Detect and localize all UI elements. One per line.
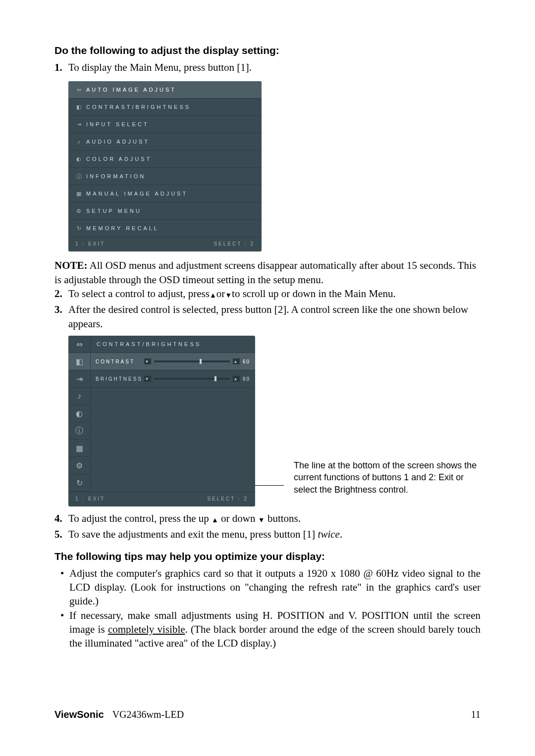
- osd-control-row[interactable]: CONTRAST▼▲60: [91, 353, 255, 370]
- note-label: NOTE:: [54, 259, 88, 271]
- osd-exit: 1 : EXIT: [75, 241, 105, 247]
- osd-icon-column: ⇔◧⇥♪◐ⓘ▦⚙↻: [68, 336, 91, 492]
- step-text: To display the Main Menu, press button […: [68, 60, 481, 74]
- osd-item-label: AUTO IMAGE ADJUST: [86, 87, 257, 93]
- osd-value: 80: [243, 376, 250, 382]
- osd-menu-item[interactable]: ◐COLOR ADJUST: [68, 151, 262, 168]
- step-2: 2. To select a control to adjust, press▲…: [54, 287, 481, 301]
- osd-exit: 1 : EXIT: [75, 496, 105, 502]
- note-text: All OSD menus and adjustment screens dis…: [54, 259, 476, 285]
- twice-italic: twice: [318, 528, 340, 540]
- osd-select: SELECT : 2: [214, 241, 255, 247]
- osd-main-menu: ⇔AUTO IMAGE ADJUST◧CONTRAST/BRIGHTNESS⇥I…: [68, 81, 262, 252]
- osd-icon[interactable]: ⓘ: [68, 422, 90, 440]
- osd-footer: 1 : EXITSELECT : 2: [68, 237, 262, 252]
- osd-slider[interactable]: [154, 360, 230, 362]
- osd-control-label: CONTRAST: [96, 359, 143, 364]
- osd-item-label: AUDIO ADJUST: [86, 139, 257, 145]
- osd-item-icon: ⇔: [73, 87, 86, 93]
- osd-item-icon: ↻: [73, 225, 86, 232]
- bullet-dot: •: [60, 608, 69, 651]
- completely-visible: completely visible: [108, 623, 185, 635]
- decrease-icon[interactable]: ▼: [144, 358, 151, 364]
- osd-item-label: MANUAL IMAGE ADJUST: [86, 191, 257, 197]
- footer-model: VG2436wm-LED: [112, 709, 184, 720]
- osd-item-icon: ◐: [73, 156, 86, 162]
- osd-control-row[interactable]: BRIGHTNESS▼▲80: [91, 370, 255, 388]
- osd-menu-item[interactable]: ▦MANUAL IMAGE ADJUST: [68, 185, 262, 202]
- osd-icon[interactable]: ⇥: [68, 370, 90, 388]
- callout-leader: [255, 485, 284, 486]
- osd-contrast-brightness: ⇔◧⇥♪◐ⓘ▦⚙↻CONTRAST/BRIGHTNESSCONTRAST▼▲60…: [68, 336, 255, 506]
- increase-icon[interactable]: ▲: [233, 376, 240, 382]
- decrease-icon[interactable]: ▼: [144, 376, 151, 382]
- osd-item-label: INPUT SELECT: [86, 121, 257, 127]
- osd-item-icon: ⚙: [73, 208, 86, 214]
- osd-item-label: SETUP MENU: [86, 208, 257, 214]
- increase-icon[interactable]: ▲: [233, 358, 240, 364]
- footer-brand: ViewSonic: [54, 709, 104, 720]
- step-4: 4. To adjust the control, press the up ▲…: [54, 511, 481, 525]
- step-3: 3. After the desired control is selected…: [54, 302, 481, 331]
- tip-text: If necessary, make small adjustments usi…: [69, 608, 481, 651]
- osd-menu-item[interactable]: ↻MEMORY RECALL: [68, 220, 262, 237]
- osd-item-icon: ⓘ: [73, 173, 86, 180]
- step-num: 5.: [54, 527, 68, 541]
- step-num: 4.: [54, 511, 68, 525]
- note: NOTE: All OSD menus and adjustment scree…: [54, 258, 481, 287]
- osd-footer: 1 : EXITSELECT : 2: [68, 492, 255, 506]
- step-text: To save the adjustments and exit the men…: [68, 527, 481, 541]
- step-5: 5. To save the adjustments and exit the …: [54, 527, 481, 541]
- step-num: 3.: [54, 302, 68, 331]
- osd-icon[interactable]: ♪: [68, 388, 90, 405]
- osd-menu-item[interactable]: ⇔AUTO IMAGE ADJUST: [68, 81, 262, 99]
- osd-item-label: COLOR ADJUST: [86, 156, 257, 162]
- osd-item-label: CONTRAST/BRIGHTNESS: [86, 104, 257, 110]
- heading-tips: The following tips may help you optimize…: [54, 551, 481, 562]
- triangle-up-icon: ▲: [212, 517, 218, 524]
- osd-control-label: BRIGHTNESS: [96, 376, 143, 382]
- triangle-down-icon: ▼: [225, 292, 232, 299]
- page-footer: ViewSonic VG2436wm-LED 11: [54, 709, 481, 720]
- step-num: 1.: [54, 60, 68, 74]
- tip-text: Adjust the computer's graphics card so t…: [69, 566, 481, 608]
- osd-icon[interactable]: ▦: [68, 440, 90, 457]
- osd-item-label: INFORMATION: [86, 173, 257, 179]
- triangle-down-icon: ▼: [258, 517, 265, 524]
- heading-adjust: Do the following to adjust the display s…: [54, 45, 481, 56]
- osd-value: 60: [243, 359, 250, 364]
- osd-icon[interactable]: ⇔: [68, 336, 90, 353]
- page-number: 11: [471, 709, 481, 720]
- step-text: To adjust the control, press the up ▲ or…: [68, 511, 481, 525]
- osd-item-icon: ♪: [73, 139, 86, 145]
- osd-panel-title: CONTRAST/BRIGHTNESS: [91, 336, 255, 353]
- triangle-up-icon: ▲: [210, 292, 216, 299]
- osd-item-label: MEMORY RECALL: [86, 225, 257, 231]
- osd-callout-row: ⇔◧⇥♪◐ⓘ▦⚙↻CONTRAST/BRIGHTNESSCONTRAST▼▲60…: [68, 336, 481, 506]
- tip-1: • Adjust the computer's graphics card so…: [60, 566, 481, 608]
- osd-icon[interactable]: ⚙: [68, 457, 90, 474]
- step-num: 2.: [54, 287, 68, 301]
- step-text: To select a control to adjust, press▲or▼…: [68, 287, 481, 301]
- osd-item-icon: ▦: [73, 191, 86, 197]
- osd-menu-item[interactable]: ⇥INPUT SELECT: [68, 116, 262, 133]
- step-1: 1. To display the Main Menu, press butto…: [54, 60, 481, 74]
- osd-icon[interactable]: ◧: [68, 353, 90, 370]
- osd-item-icon: ⇥: [73, 121, 86, 128]
- osd-item-icon: ◧: [73, 104, 86, 110]
- osd-menu-item[interactable]: ◧CONTRAST/BRIGHTNESS: [68, 99, 262, 116]
- callout-text: The line at the bottom of the screen sho…: [294, 459, 481, 496]
- osd-select: SELECT : 2: [207, 496, 248, 502]
- osd-menu-item[interactable]: ⓘINFORMATION: [68, 168, 262, 185]
- osd-slider[interactable]: [154, 378, 230, 380]
- osd-menu-item[interactable]: ⚙SETUP MENU: [68, 202, 262, 220]
- osd-icon[interactable]: ◐: [68, 405, 90, 422]
- osd-menu-item[interactable]: ♪AUDIO ADJUST: [68, 133, 262, 151]
- bullet-dot: •: [60, 566, 69, 608]
- tip-2: • If necessary, make small adjustments u…: [60, 608, 481, 651]
- osd-icon[interactable]: ↻: [68, 474, 90, 492]
- step-text: After the desired control is selected, p…: [68, 302, 481, 331]
